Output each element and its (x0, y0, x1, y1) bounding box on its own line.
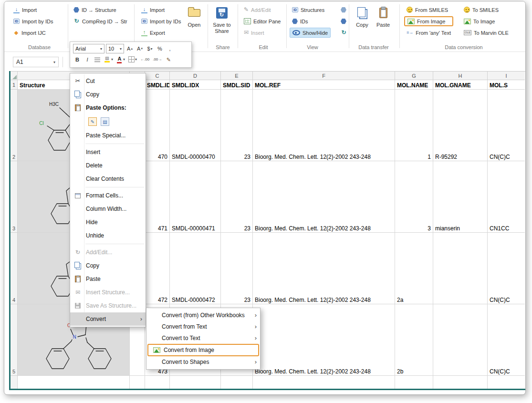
row-header-1[interactable]: 1 (10, 80, 18, 90)
cell-c3[interactable]: 471 (145, 161, 170, 233)
cell-d2[interactable]: SMDL-00000470 (170, 90, 221, 161)
cell-e1[interactable]: SMDL.SID (221, 80, 253, 90)
col-header-f[interactable]: F (253, 72, 395, 80)
cell-h2[interactable]: R-95292 (433, 90, 488, 161)
format-painter-button[interactable] (164, 55, 173, 64)
grow-font-button[interactable]: A (125, 44, 134, 53)
cell-f4[interactable]: Bioorg. Med. Chem. Lett. 12(2)-2002 243-… (253, 233, 395, 304)
accounting-format-button[interactable]: $ (146, 44, 154, 53)
borders-button[interactable] (127, 55, 138, 64)
cell-e3[interactable]: 23 (221, 161, 253, 233)
menu-item-insert-structure[interactable]: Insert Structure... (70, 286, 146, 299)
cell-g2[interactable]: 1 (395, 90, 433, 161)
cell-i2[interactable]: CN(C)C (488, 90, 525, 161)
cell-h6[interactable] (433, 376, 488, 389)
select-all-corner[interactable] (10, 72, 18, 80)
percent-style-button[interactable]: % (156, 44, 164, 53)
cell-c1[interactable]: SMDL.ID (145, 80, 170, 90)
import-button[interactable]: Import (11, 5, 55, 15)
cell-i3[interactable]: CN1CC (488, 161, 525, 233)
cell-c6[interactable] (145, 376, 170, 389)
cell-g6[interactable] (395, 376, 433, 389)
cell-g3[interactable]: 3 (395, 161, 433, 233)
menu-item-paste-special[interactable]: Paste Special... (70, 129, 146, 142)
menu-item-unhide[interactable]: Unhide (70, 229, 146, 242)
from-any-text-button[interactable]: From 'any' Text (404, 28, 453, 38)
cell-h5[interactable] (433, 304, 488, 376)
cell-i4[interactable]: CN(C)C (488, 233, 525, 304)
cell-d1[interactable]: SMDL.IDX (170, 80, 221, 90)
id-display-toggle[interactable] (338, 16, 349, 26)
import-by-ids-button[interactable]: Import by IDs (11, 16, 55, 26)
cell-e4[interactable]: 23 (221, 233, 253, 304)
italic-button[interactable]: I (83, 55, 92, 64)
to-marvin-ole-button[interactable]: To Marvin OLE (461, 28, 511, 38)
col-header-h[interactable]: H (433, 72, 488, 80)
export-button[interactable]: Export (139, 28, 183, 38)
col-header-e[interactable]: E (221, 72, 253, 80)
editor-pane-button[interactable]: Editor Pane (241, 16, 283, 26)
paste-keep-formatting-button[interactable] (88, 117, 97, 126)
row-header-6[interactable] (10, 376, 18, 389)
increase-decimal-button[interactable] (139, 55, 150, 64)
row-header-3[interactable]: 3 (10, 161, 18, 233)
cell-a6[interactable] (18, 376, 130, 389)
menu-item-insert[interactable]: Insert (70, 145, 146, 159)
cell-e2[interactable]: 23 (221, 90, 253, 161)
col-header-i[interactable]: I (488, 72, 525, 80)
cell-d3[interactable]: SMDL-00000471 (170, 161, 221, 233)
add-edit-button[interactable]: Add/Edit (241, 5, 283, 15)
col-header-g[interactable]: G (395, 72, 433, 80)
submenu-item-convert-from-text[interactable]: Convert from Text (146, 321, 260, 332)
cell-i5[interactable]: CN(C)C (488, 304, 525, 376)
bold-button[interactable]: B (73, 55, 82, 64)
cell-g1[interactable]: MOL.NAME (395, 80, 433, 90)
menu-item-copy[interactable]: Copy (70, 88, 146, 101)
menu-item-clear-contents[interactable]: Clear Contents (70, 172, 146, 186)
submenu-item-convert-to-text[interactable]: Convert to Text (146, 332, 260, 344)
save-to-share-button[interactable]: Save to Share (210, 5, 233, 46)
col-header-d[interactable]: D (170, 72, 221, 80)
row-header-2[interactable]: 2 (10, 90, 18, 161)
decrease-decimal-button[interactable] (152, 55, 163, 64)
cell-d4[interactable]: SMDL-00000472 (170, 233, 221, 304)
ids-button[interactable]: IDs (290, 16, 331, 26)
menu-item-delete[interactable]: Delete (70, 159, 146, 172)
refresh-view-button[interactable] (338, 28, 349, 38)
cell-i6[interactable] (488, 376, 525, 389)
cell-f6[interactable] (253, 376, 395, 389)
cell-f5[interactable]: Bioorg. Med. Chem. Lett. 12(2)-2002 243-… (253, 304, 395, 376)
cell-f1[interactable]: MOL.REF (253, 80, 395, 90)
id-to-structure-button[interactable]: ID → Structure (71, 5, 130, 15)
align-center-button[interactable] (93, 55, 102, 64)
cell-b6[interactable] (130, 376, 145, 389)
font-color-button[interactable] (115, 55, 126, 64)
font-size-combo[interactable]: 10 (106, 44, 124, 53)
cell-h1[interactable]: MOL.GNAME (433, 80, 488, 90)
from-image-button[interactable]: From Image (404, 16, 453, 26)
open-button[interactable]: Open (183, 5, 206, 46)
shrink-font-button[interactable]: A (136, 44, 144, 53)
submenu-item-convert-to-shapes[interactable]: Convert to Shapes (146, 356, 260, 368)
insert-button[interactable]: Insert (241, 28, 283, 38)
menu-item-hide[interactable]: Hide (70, 216, 146, 229)
show-hide-button[interactable]: Show/Hide (290, 28, 331, 38)
compreg-id-to-str-button[interactable]: CompReg ID → Str (71, 16, 130, 26)
import-ijc-button[interactable]: Import IJC (11, 28, 55, 38)
comma-style-button[interactable]: , (166, 44, 174, 53)
cell-f2[interactable]: Bioorg. Med. Chem. Lett. 12(2)-2002 243-… (253, 90, 395, 161)
cell-i1[interactable]: MOL.S (488, 80, 525, 90)
col-header-c[interactable]: C (145, 72, 170, 80)
paste-values-button[interactable] (101, 117, 109, 126)
cell-d6[interactable] (170, 376, 221, 389)
fill-color-button[interactable] (103, 55, 114, 64)
submenu-item-convert-from-image[interactable]: Convert from Image (147, 344, 259, 356)
ribbon-paste-button[interactable]: Paste (374, 5, 393, 46)
menu-item-add-edit[interactable]: Add/Edit... (70, 246, 146, 259)
cell-h4[interactable] (433, 233, 488, 304)
menu-item-convert[interactable]: Convert (70, 312, 146, 326)
menu-item-save-as-structure[interactable]: Save As Structure... (70, 299, 146, 312)
name-box[interactable]: A1 (13, 57, 59, 67)
menu-item-column-width[interactable]: Column Width... (70, 202, 146, 216)
cell-c4[interactable]: 472 (145, 233, 170, 304)
